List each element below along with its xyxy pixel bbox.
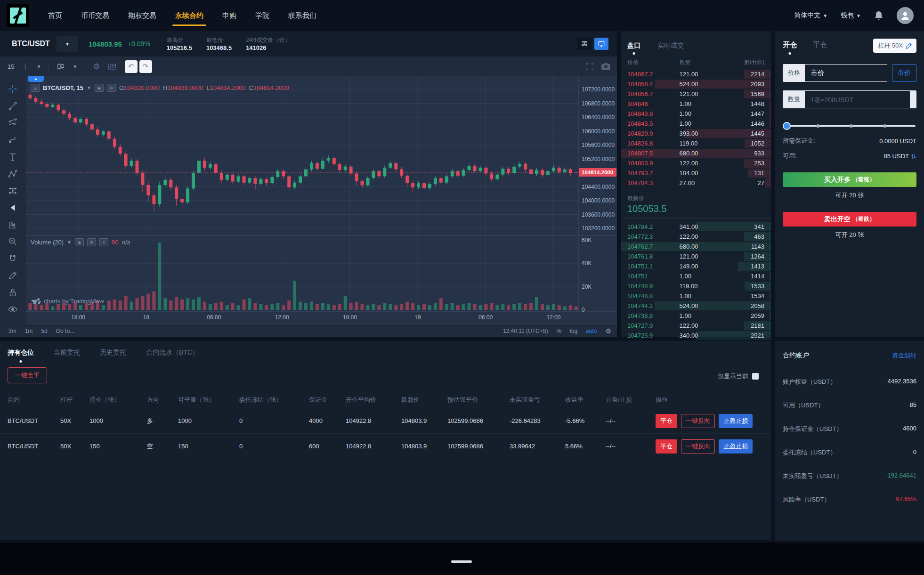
- arrow-left-icon[interactable]: [7, 202, 19, 214]
- candle-style-icon[interactable]: [57, 62, 65, 71]
- leverage-button[interactable]: 杠杆 50X: [873, 39, 916, 53]
- notification-bell-icon[interactable]: [874, 10, 883, 21]
- zoom-in-icon[interactable]: [7, 235, 19, 248]
- nav-item-0[interactable]: 首页: [47, 1, 63, 31]
- long-position-icon[interactable]: [7, 185, 19, 197]
- nav-item-5[interactable]: 学院: [254, 1, 270, 31]
- tradingview-credit[interactable]: charts by TradingView: [32, 298, 104, 305]
- buy-long-button[interactable]: 买入开多（看涨）: [783, 172, 916, 187]
- range-5d-button[interactable]: 5d: [41, 328, 47, 334]
- clock-label[interactable]: 12:40:11 (UTC+8): [503, 328, 548, 334]
- axis-settings-gear-icon[interactable]: ⚙: [605, 327, 611, 335]
- chevron-down-icon[interactable]: ▼: [67, 240, 72, 245]
- display-mode-button[interactable]: [594, 38, 608, 50]
- edit-icon[interactable]: [7, 269, 19, 282]
- tab-trades[interactable]: 实时成交: [657, 41, 684, 56]
- close-all-button[interactable]: 一键全平: [8, 367, 47, 383]
- ask-row[interactable]: 104867.2121.002214: [621, 69, 771, 79]
- bid-row[interactable]: 104772.3122.00463: [621, 232, 771, 242]
- price-input[interactable]: [805, 65, 887, 81]
- slider-handle[interactable]: [783, 122, 791, 130]
- slider-mark-25[interactable]: [816, 124, 819, 128]
- bid-row[interactable]: 104727.9122.002181: [621, 321, 771, 331]
- ask-row[interactable]: 104858.4524.002093: [621, 79, 771, 89]
- tp-sl-button[interactable]: 止盈止损: [719, 439, 753, 454]
- ask-row[interactable]: 104793.7104.00131: [621, 168, 771, 178]
- wallet-menu[interactable]: 钱包▼: [841, 11, 861, 20]
- bid-row[interactable]: 104751.1149.001413: [621, 261, 771, 271]
- ask-row[interactable]: 104843.51.001446: [621, 119, 771, 129]
- bid-row[interactable]: 104748.9119.001533: [621, 281, 771, 291]
- positions-tab-3[interactable]: 合约流水（BTC）: [146, 348, 199, 364]
- ask-row[interactable]: 104856.7121.001569: [621, 89, 771, 99]
- bid-row[interactable]: 104784.2341.00341: [621, 222, 771, 232]
- language-selector[interactable]: 简体中文▼: [794, 11, 827, 20]
- ask-row[interactable]: 1048461.001448: [621, 99, 771, 109]
- settings-icon[interactable]: ⚙: [87, 238, 96, 246]
- ask-row[interactable]: 104807.5680.00933: [621, 148, 771, 158]
- nav-item-1[interactable]: 币币交易: [80, 1, 110, 31]
- goto-button[interactable]: Go to...: [56, 328, 74, 334]
- undo-button[interactable]: ↶: [125, 60, 138, 73]
- tp-sl-button[interactable]: 止盈止损: [719, 414, 753, 428]
- market-price-button[interactable]: 市价: [892, 64, 916, 82]
- tab-open-position[interactable]: 开仓: [783, 40, 797, 56]
- bid-row[interactable]: 104761.8121.001264: [621, 251, 771, 261]
- auto-scale-button[interactable]: auto: [586, 328, 597, 334]
- theme-dark-button[interactable]: 黑: [577, 38, 592, 50]
- symbol-edit-icon[interactable]: ⊟: [31, 84, 40, 92]
- candlestick-chart[interactable]: 104814.2000107200.0000106800.0000106400.…: [26, 76, 617, 325]
- fib-lines-icon[interactable]: [7, 117, 19, 129]
- interval-button[interactable]: 15: [8, 63, 14, 70]
- redo-button[interactable]: ↷: [139, 60, 152, 73]
- forecast-icon[interactable]: [7, 219, 19, 231]
- trend-line-icon[interactable]: [7, 100, 19, 112]
- amount-slider[interactable]: [783, 121, 916, 130]
- lock-icon[interactable]: [7, 286, 19, 299]
- nav-item-4[interactable]: 申购: [221, 1, 237, 31]
- chart-canvas[interactable]: 104814.2000107200.0000106800.0000106400.…: [26, 76, 617, 325]
- fund-transfer-link[interactable]: 资金划转: [892, 351, 916, 360]
- eye-icon[interactable]: ◉: [95, 84, 104, 92]
- eye-icon[interactable]: [7, 303, 19, 316]
- bid-row[interactable]: 104725.9340.002521: [621, 331, 771, 340]
- slider-mark-75[interactable]: [883, 124, 886, 128]
- xabcd-pattern-icon[interactable]: [7, 168, 19, 180]
- pair-selector[interactable]: ▼: [57, 36, 78, 52]
- text-icon[interactable]: [7, 151, 19, 163]
- chevron-down-icon[interactable]: ▼: [73, 64, 77, 69]
- indicators-icon[interactable]: [108, 62, 117, 71]
- bid-row[interactable]: 1047511.001414: [621, 271, 771, 281]
- camera-snapshot-icon[interactable]: [601, 63, 610, 70]
- nav-item-3[interactable]: 永续合约: [174, 1, 204, 31]
- tab-close-position[interactable]: 平仓: [813, 40, 827, 56]
- log-scale-button[interactable]: log: [570, 328, 577, 334]
- fullscreen-icon[interactable]: [586, 63, 594, 71]
- nav-item-2[interactable]: 期权交易: [127, 1, 157, 31]
- legend-symbol[interactable]: BTC/USDT, 15: [43, 84, 83, 91]
- positions-tab-1[interactable]: 当前委托: [54, 348, 80, 364]
- toolbar-collapse-tab[interactable]: ▲: [28, 76, 44, 82]
- close-position-button[interactable]: 平仓: [656, 439, 677, 454]
- avatar[interactable]: [897, 7, 914, 24]
- chevron-down-icon[interactable]: ▼: [87, 85, 91, 90]
- slider-mark-50[interactable]: [850, 124, 853, 128]
- percent-scale-button[interactable]: %: [556, 328, 561, 334]
- interval-menu-icon[interactable]: ⋮: [22, 62, 29, 71]
- chart-widget[interactable]: 104814.2000107200.0000106800.0000106400.…: [26, 76, 617, 325]
- bid-row[interactable]: 104748.81.001534: [621, 291, 771, 301]
- only-current-checkbox[interactable]: [752, 373, 759, 380]
- brush-icon[interactable]: [7, 134, 19, 146]
- transfer-arrows-icon[interactable]: [911, 153, 916, 159]
- bid-row[interactable]: 104762.7680.001143: [621, 242, 771, 251]
- reverse-position-button[interactable]: 一键反向: [681, 439, 715, 454]
- tab-orderbook[interactable]: 盘口: [627, 41, 640, 56]
- footer-scroll-handle[interactable]: [451, 560, 472, 563]
- amount-input[interactable]: [805, 91, 910, 108]
- range-3m-button[interactable]: 3m: [8, 328, 16, 334]
- settings-icon[interactable]: ⚙: [107, 84, 116, 92]
- close-position-button[interactable]: 平仓: [656, 414, 677, 428]
- sell-short-button[interactable]: 卖出开空（看跌）: [783, 212, 916, 227]
- positions-tab-0[interactable]: 持有仓位: [8, 348, 34, 364]
- chevron-down-icon[interactable]: ▼: [36, 64, 41, 69]
